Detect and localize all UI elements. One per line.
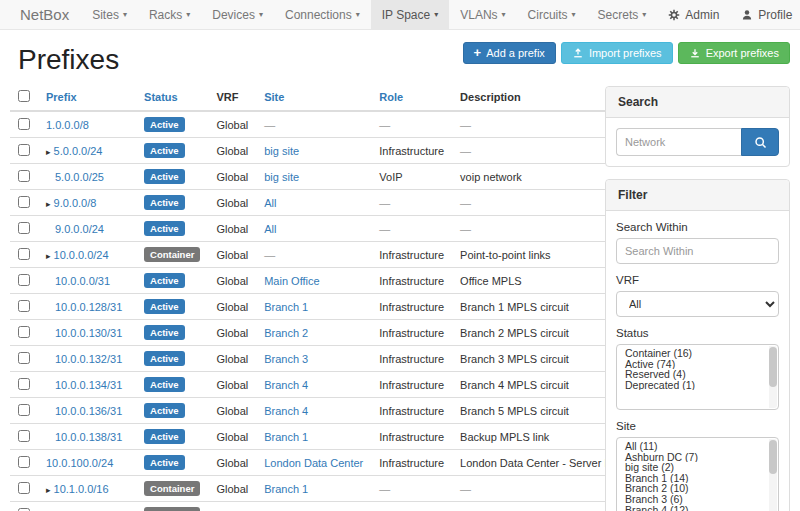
prefix-link[interactable]: 5.0.0.0/25 [55,171,104,183]
add-a-prefix-button[interactable]: +Add a prefix [463,42,556,64]
row-checkbox[interactable] [18,508,30,511]
nav-item-label: Racks [149,8,182,22]
expand-toggle-icon[interactable]: ▸ [46,251,51,261]
row-checkbox[interactable] [18,482,30,494]
row-checkbox[interactable] [18,352,30,364]
prefix-link[interactable]: 10.0.100.0/24 [46,457,113,469]
prefix-link[interactable]: 10.0.0.138/31 [55,431,122,443]
row-checkbox[interactable] [18,118,30,130]
row-checkbox[interactable] [18,170,30,182]
nav-item-circuits[interactable]: Circuits▾ [517,0,587,29]
listbox-option[interactable]: Ashburn DC (7) [617,452,778,463]
filter-input-search-within[interactable] [616,238,779,264]
prefix-link[interactable]: 9.0.0.0/8 [54,197,97,209]
listbox-option[interactable]: Branch 2 (10) [617,483,778,494]
table-row: 10.0.0.132/31ActiveGlobalBranch 3Infrast… [10,346,653,372]
sort-link-status[interactable]: Status [144,91,178,103]
nav-item-admin[interactable]: Admin [657,0,730,29]
brand-link[interactable]: NetBox [8,0,81,29]
status-badge: Active [144,143,185,158]
listbox-option[interactable]: Active (74) [617,359,778,370]
prefix-link[interactable]: 10.0.0.132/31 [55,353,122,365]
prefix-link[interactable]: 10.0.0.0/24 [54,249,109,261]
export-icon [689,47,701,59]
search-button[interactable] [741,128,779,156]
prefix-link[interactable]: 10.0.0.130/31 [55,327,122,339]
export-prefixes-button[interactable]: Export prefixes [678,42,790,64]
prefix-link[interactable]: 10.0.0.134/31 [55,379,122,391]
select-all-checkbox[interactable] [18,90,30,102]
row-checkbox[interactable] [18,456,30,468]
site-link[interactable]: Branch 4 [264,405,308,417]
site-link[interactable]: Branch 1 [264,483,308,495]
scrollbar-thumb[interactable] [769,347,777,387]
search-input[interactable] [616,128,741,156]
filter-listbox-status[interactable]: Container (16)Active (74)Reserved (4)Dep… [616,344,779,410]
site-link[interactable]: Main Office [264,275,319,287]
listbox-option[interactable]: All (11) [617,441,778,452]
row-checkbox[interactable] [18,378,30,390]
prefix-link[interactable]: 10.1.0.0/16 [54,483,109,495]
status-badge: Active [144,325,185,340]
sort-link-prefix[interactable]: Prefix [46,91,77,103]
site-link[interactable]: All [264,223,276,235]
site-link[interactable]: Branch 2 [264,327,308,339]
prefix-link[interactable]: 10.0.0.128/31 [55,301,122,313]
nav-item-vlans[interactable]: VLANs▾ [449,0,516,29]
vrf-value: Global [216,275,248,287]
prefix-link[interactable]: 10.0.0.0/31 [55,275,110,287]
nav-item-label: Profile [758,8,792,22]
listbox-option[interactable]: Container (16) [617,348,778,359]
expand-toggle-icon[interactable]: ▸ [46,485,51,495]
prefix-link[interactable]: 5.0.0.0/24 [54,145,103,157]
prefix-link[interactable]: 9.0.0.0/24 [55,223,104,235]
listbox-option[interactable]: big site (2) [617,462,778,473]
table-header-row: PrefixStatusVRFSiteRoleDescription [10,86,653,111]
import-prefixes-button[interactable]: Import prefixes [561,42,673,64]
row-checkbox[interactable] [18,430,30,442]
nav-item-profile[interactable]: Profile [730,0,800,29]
role-value: Infrastructure [379,145,444,157]
row-checkbox[interactable] [18,326,30,338]
sort-link-role[interactable]: Role [379,91,403,103]
nav-item-sites[interactable]: Sites▾ [81,0,138,29]
expand-toggle-icon[interactable]: ▸ [46,199,51,209]
site-link[interactable]: big site [264,171,299,183]
listbox-option[interactable]: Reserved (4) [617,369,778,380]
filter-select-vrf[interactable]: All [616,291,779,317]
role-value: VoIP [379,171,402,183]
site-link[interactable]: All [264,197,276,209]
row-checkbox[interactable] [18,222,30,234]
row-checkbox[interactable] [18,248,30,260]
scrollbar-thumb[interactable] [769,440,777,474]
nav-item-connections[interactable]: Connections▾ [274,0,371,29]
expand-toggle-icon[interactable]: ▸ [46,147,51,157]
row-checkbox[interactable] [18,300,30,312]
listbox-option[interactable]: Branch 1 (14) [617,473,778,484]
nav-item-ip-space[interactable]: IP Space▾ [371,0,450,29]
filter-listbox-site[interactable]: All (11)Ashburn DC (7)big site (2)Branch… [616,437,779,511]
site-link[interactable]: Branch 1 [264,431,308,443]
vrf-value: Global [216,301,248,313]
listbox-option[interactable]: Branch 3 (6) [617,494,778,505]
site-link[interactable]: Branch 3 [264,353,308,365]
site-link[interactable]: Branch 1 [264,301,308,313]
row-checkbox[interactable] [18,144,30,156]
prefix-link[interactable]: 10.0.0.136/31 [55,405,122,417]
nav-item-secrets[interactable]: Secrets▾ [587,0,658,29]
site-link[interactable]: Branch 4 [264,379,308,391]
nav-item-devices[interactable]: Devices▾ [201,0,274,29]
site-link[interactable]: London Data Center [264,457,363,469]
page-actions: +Add a prefixImport prefixesExport prefi… [463,42,790,64]
site-link[interactable]: big site [264,145,299,157]
sort-link-site[interactable]: Site [264,91,284,103]
row-checkbox[interactable] [18,274,30,286]
prefix-link[interactable]: 1.0.0.0/8 [46,119,89,131]
listbox-option[interactable]: Deprecated (1) [617,380,778,391]
row-checkbox[interactable] [18,404,30,416]
listbox-option[interactable]: Branch 4 (12) [617,505,778,511]
status-badge: Container [144,481,200,496]
nav-item-racks[interactable]: Racks▾ [138,0,201,29]
table-row: ▸10.0.0.0/24ContainerGlobal—Infrastructu… [10,242,653,268]
row-checkbox[interactable] [18,196,30,208]
